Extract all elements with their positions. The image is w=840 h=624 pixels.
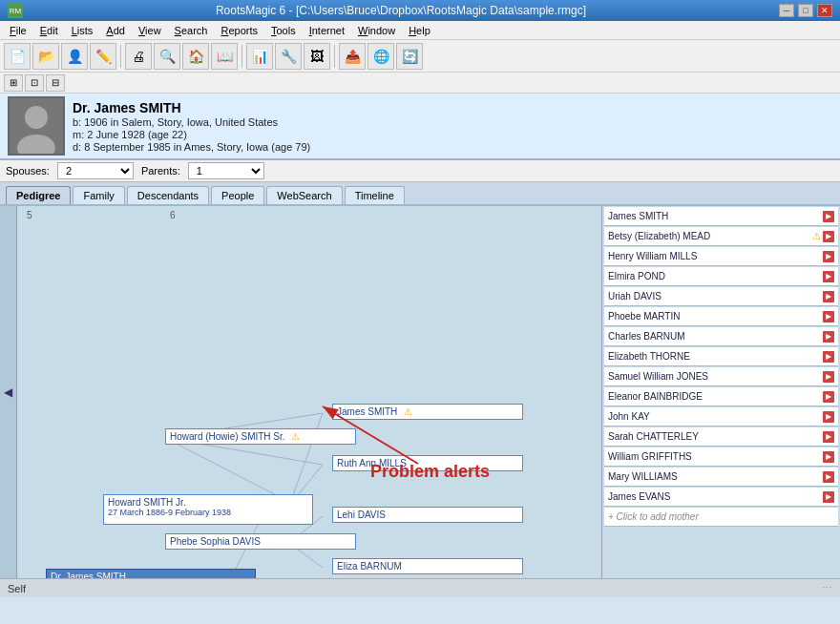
ancestor-arrow-betsy-mead[interactable]: ▶ [823,231,834,242]
ancestor-mary-williams[interactable]: Mary WILLIAMS ▶ [604,468,838,487]
resize-grip: ⋯ [822,582,832,594]
pedigree-ruth-ann[interactable]: Ruth Ann MILLS [332,455,523,471]
window-controls: ─ □ ✕ [779,4,832,17]
pedigree-james-smith-top[interactable]: James SMITH [332,404,523,420]
ancestor-william-griffiths[interactable]: William GRIFFITHS ▶ [604,447,838,467]
toolbar-sep3 [334,45,335,68]
ancestor-arrow-henry-mills[interactable]: ▶ [823,251,834,262]
toolbar-open[interactable]: 📂 [32,43,59,70]
ancestor-john-kay[interactable]: John KAY ▶ [604,407,838,426]
ancestor-arrow-william-griffiths[interactable]: ▶ [823,451,834,463]
ancestor-henry-mills[interactable]: Henry William MILLS ▶ [604,247,838,266]
tab-descendants[interactable]: Descendants [127,186,209,204]
toolbar-search[interactable]: 🔍 [154,43,180,70]
status-bar: Self ⋯ [0,578,840,597]
sub-toolbar: ⊞ ⊡ ⊟ [0,73,840,94]
howard-jr-dates: 27 March 1886-9 February 1938 [108,508,308,517]
ancestor-james-smith[interactable]: James SMITH ▶ [604,207,838,226]
toolbar-web[interactable]: 🌐 [368,43,394,70]
menu-lists[interactable]: Lists [66,24,99,37]
toolbar-print[interactable]: 🖨 [125,43,152,70]
menu-reports[interactable]: Reports [215,24,263,37]
menu-internet[interactable]: Internet [304,24,350,37]
menu-window[interactable]: Window [352,24,401,37]
person-photo [8,96,65,156]
tab-pedigree[interactable]: Pedigree [6,186,71,204]
person-birth: b: 1906 in Salem, Story, Iowa, United St… [73,116,832,128]
menu-bar: File Edit Lists Add View Search Reports … [0,21,840,40]
toolbar-edit[interactable]: ✏️ [90,43,116,70]
person-info: Dr. James SMITH b: 1906 in Salem, Story,… [73,100,832,153]
menu-search[interactable]: Search [169,24,214,37]
pedigree-selected-person[interactable]: Dr. James SMITH 1906-8 September 1985 [46,569,256,578]
ancestor-samuel-jones[interactable]: Samuel William JONES ▶ [604,367,838,386]
person-death: d: 8 September 1985 in Ames, Story, Iowa… [73,141,832,153]
maximize-button[interactable]: □ [798,4,813,17]
parents-dropdown[interactable]: 1 [188,162,264,179]
toolbar-tools[interactable]: 🔧 [275,43,302,70]
toolbar-publish[interactable]: 📤 [339,43,366,70]
scroll-left-button[interactable]: ◀ [0,206,17,578]
pedigree-eliza-barnum[interactable]: Eliza BARNUM [332,558,523,574]
howard-jr-name: Howard SMITH Jr. [108,497,308,508]
toolbar-add-person[interactable]: 👤 [61,43,88,70]
ancestor-arrow-uriah-davis[interactable]: ▶ [823,291,834,302]
ancestor-arrow-james-smith[interactable]: ▶ [823,211,834,222]
window-title: RootsMagic 6 - [C:\Users\Bruce\Dropbox\R… [23,4,779,17]
spouses-dropdown[interactable]: 2 [57,162,134,179]
ancestor-arrow-samuel-jones[interactable]: ▶ [823,371,834,383]
ancestor-eleanor-bainbridge[interactable]: Eleanor BAINBRIDGE ▶ [604,387,838,406]
stb-btn3[interactable]: ⊟ [46,74,65,92]
toolbar-sep1 [120,45,121,68]
menu-tools[interactable]: Tools [265,24,302,37]
menu-help[interactable]: Help [403,24,436,37]
right-ancestors-panel: James SMITH ▶ Betsy (Elizabeth) MEAD ⚠ ▶… [601,206,840,578]
main-area: ◀ 5 6 [0,206,840,578]
menu-edit[interactable]: Edit [34,24,64,37]
tab-people[interactable]: People [211,186,264,204]
minimize-button[interactable]: ─ [779,4,794,17]
gen-label-5: 5 [27,210,32,220]
pedigree-phebe-davis[interactable]: Phebe Sophia DAVIS [165,533,356,550]
ancestor-betsy-mead[interactable]: Betsy (Elizabeth) MEAD ⚠ ▶ [604,227,838,246]
dropdown-area: Spouses: 2 Parents: 1 [0,160,840,182]
ancestor-arrow-elizabeth-thorne[interactable]: ▶ [823,351,834,363]
ancestor-arrow-elmira-pond[interactable]: ▶ [823,271,834,282]
stb-btn2[interactable]: ⊡ [25,74,44,92]
menu-add[interactable]: Add [100,24,131,37]
ancestor-arrow-mary-williams[interactable]: ▶ [823,471,834,483]
tab-family[interactable]: Family [73,186,124,204]
pedigree-lehi-davis[interactable]: Lehi DAVIS [332,507,523,523]
person-marriage: m: 2 June 1928 (age 22) [73,129,832,140]
ancestor-phoebe-martin[interactable]: Phoebe MARTIN ▶ [604,307,838,326]
menu-file[interactable]: File [4,24,32,37]
toolbar-book[interactable]: 📖 [211,43,238,70]
pedigree-howard-sr[interactable]: Howard (Howie) SMITH Sr. [165,428,356,445]
ancestor-elizabeth-thorne[interactable]: Elizabeth THORNE ▶ [604,347,838,366]
toolbar-new[interactable]: 📄 [4,43,31,70]
toolbar-media[interactable]: 🖼 [304,43,330,70]
gen-label-6: 6 [170,210,176,220]
ancestor-elmira-pond[interactable]: Elmira POND ▶ [604,267,838,286]
toolbar-sync[interactable]: 🔄 [396,43,423,70]
tab-websearch[interactable]: WebSearch [266,186,342,204]
close-button[interactable]: ✕ [817,4,832,17]
ancestor-arrow-eleanor-bainbridge[interactable]: ▶ [823,391,834,403]
title-bar: RM RootsMagic 6 - [C:\Users\Bruce\Dropbo… [0,0,840,21]
toolbar-report[interactable]: 📊 [246,43,273,70]
menu-view[interactable]: View [133,24,167,37]
ancestor-sarah-chatterley[interactable]: Sarah CHATTERLEY ▶ [604,427,838,447]
ancestor-james-evans[interactable]: James EVANS ▶ [604,488,838,507]
toolbar-home[interactable]: 🏠 [182,43,209,70]
ancestor-uriah-davis[interactable]: Uriah DAVIS ▶ [604,287,838,306]
ancestor-add-mother[interactable]: + Click to add mother [604,508,838,527]
ancestor-arrow-sarah-chatterley[interactable]: ▶ [823,431,834,443]
ancestor-arrow-john-kay[interactable]: ▶ [823,411,834,423]
ancestor-arrow-phoebe-martin[interactable]: ▶ [823,311,834,322]
ancestor-arrow-james-evans[interactable]: ▶ [823,491,834,503]
pedigree-howard-jr[interactable]: Howard SMITH Jr. 27 March 1886-9 Februar… [103,494,313,525]
ancestor-charles-barnum[interactable]: Charles BARNUM ▶ [604,327,838,346]
ancestor-arrow-charles-barnum[interactable]: ▶ [823,331,834,343]
stb-btn1[interactable]: ⊞ [4,74,23,92]
tab-timeline[interactable]: Timeline [345,186,405,204]
